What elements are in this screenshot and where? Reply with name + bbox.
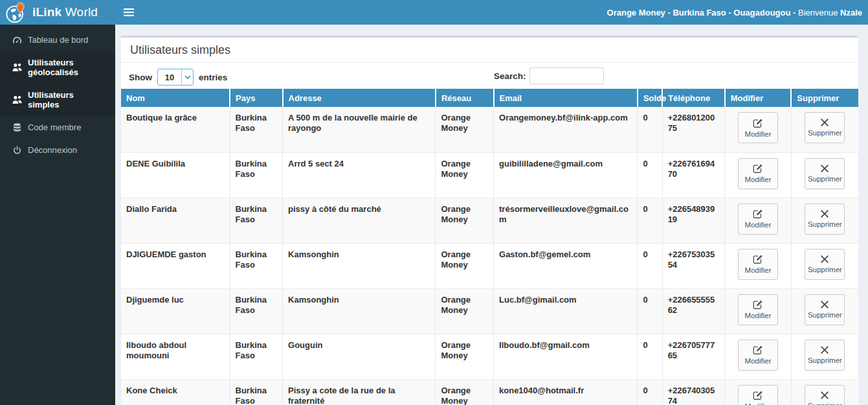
cell-reseau: Orange Money xyxy=(436,152,494,198)
sidebar-item-label: Utilisateurs simples xyxy=(28,90,106,110)
sidebar-item-label: Déconnexion xyxy=(28,145,77,155)
column-header-modifier[interactable]: Modifier xyxy=(725,89,792,107)
cell-solde: 0 xyxy=(638,379,662,405)
cell-solde: 0 xyxy=(638,288,662,334)
cell-pays: Burkina Faso xyxy=(230,379,283,405)
modify-button-label: Modifier xyxy=(745,176,772,183)
cell-email: guibililladene@gmail.com xyxy=(494,152,638,198)
cell-adresse: Kamsonghin xyxy=(283,243,436,288)
modify-button[interactable]: Modifier xyxy=(738,249,778,280)
cell-solde: 0 xyxy=(638,198,662,243)
users-table: NomPaysAdresseRéseauEmailSoldeTéléphoneM… xyxy=(121,89,858,405)
power-icon xyxy=(12,146,22,155)
cell-reseau: Orange Money xyxy=(436,288,494,334)
cell-pays: Burkina Faso xyxy=(230,243,283,288)
cell-adresse: Kamsonghin xyxy=(283,288,436,334)
cell-reseau: Orange Money xyxy=(436,243,494,288)
database-icon xyxy=(12,123,22,132)
modify-button[interactable]: Modifier xyxy=(738,385,778,405)
delete-button[interactable]: Supprimer xyxy=(805,294,845,325)
cell-email: trésormerveilleuxlove@gmail.com xyxy=(494,198,638,243)
cell-delete-button: Supprimer xyxy=(791,107,858,152)
delete-button[interactable]: Supprimer xyxy=(805,158,845,189)
content-area: Utilisateurs simples Show 10 entries Sea… xyxy=(115,25,868,405)
cell-adresse: Gouguin xyxy=(283,334,436,379)
edit-icon xyxy=(753,390,763,400)
cell-email: Gaston.bf@gemel.com xyxy=(494,243,638,288)
table-row: DJIGUEMDE gastonBurkina FasoKamsonghinOr… xyxy=(121,243,858,288)
column-header-solde[interactable]: Solde xyxy=(638,89,662,107)
cell-reseau: Orange Money xyxy=(436,107,494,152)
cell-reseau: Orange Money xyxy=(436,198,494,243)
cell-adresse: pissy à côté du marché xyxy=(283,198,436,243)
page-size-select[interactable]: 10 xyxy=(157,69,194,86)
edit-icon xyxy=(753,118,763,128)
cell-solde: 0 xyxy=(638,334,662,379)
delete-button-label: Supprimer xyxy=(808,402,842,405)
cell-modify-button: Modifier xyxy=(725,334,792,379)
cell-telephone: +22670577765 xyxy=(662,334,725,379)
cell-nom: DENE Guibilila xyxy=(121,152,230,198)
delete-button[interactable]: Supprimer xyxy=(805,112,845,143)
search-label: Search: xyxy=(494,71,526,81)
edit-icon xyxy=(753,299,763,310)
cell-nom: DJIGUEMDE gaston xyxy=(121,243,230,288)
modify-button-label: Modifier xyxy=(745,312,772,319)
svg-text:$: $ xyxy=(19,4,22,8)
entries-label: entries xyxy=(199,73,227,82)
page-title: Utilisateurs simples xyxy=(130,43,849,57)
column-header-r-seau[interactable]: Réseau xyxy=(436,89,494,107)
cell-modify-button: Modifier xyxy=(725,288,792,334)
column-header-adresse[interactable]: Adresse xyxy=(283,89,436,107)
table-row: Djiguemde lucBurkina FasoKamsonghinOrang… xyxy=(121,288,858,334)
top-bar: $ iLink World Orange Money - Burkina Fas… xyxy=(0,0,868,25)
modify-button-label: Modifier xyxy=(745,221,772,229)
show-label: Show xyxy=(129,73,152,82)
modify-button[interactable]: Modifier xyxy=(738,203,778,235)
modify-button[interactable]: Modifier xyxy=(738,112,778,143)
close-icon xyxy=(821,119,829,127)
delete-button[interactable]: Supprimer xyxy=(805,249,845,280)
column-header-t-l-phone[interactable]: Téléphone xyxy=(662,89,725,107)
hamburger-icon xyxy=(124,8,134,16)
edit-icon xyxy=(753,345,763,355)
delete-button[interactable]: Supprimer xyxy=(805,340,845,371)
cell-nom: Diallo Farida xyxy=(121,198,230,243)
cell-solde: 0 xyxy=(638,152,662,198)
sidebar-item-d-connexion[interactable]: Déconnexion xyxy=(0,139,115,161)
modify-button[interactable]: Modifier xyxy=(738,340,778,371)
cell-modify-button: Modifier xyxy=(725,243,792,288)
app-logo[interactable]: $ iLink World xyxy=(0,0,115,25)
delete-button[interactable]: Supprimer xyxy=(805,203,845,235)
table-row: Diallo FaridaBurkina Fasopissy à côté du… xyxy=(121,198,858,243)
column-header-supprimer[interactable]: Supprimer xyxy=(791,89,858,107)
users-icon xyxy=(12,95,22,104)
cell-adresse: Pissy a cote de la rue de la fraternité xyxy=(283,379,436,405)
column-header-pays[interactable]: Pays xyxy=(230,89,283,107)
modify-button[interactable]: Modifier xyxy=(738,294,778,325)
cell-delete-button: Supprimer xyxy=(791,379,858,405)
delete-button[interactable]: Supprimer xyxy=(805,385,845,405)
sidebar-item-utilisateurs-g-olocalis-s[interactable]: Utilisateurs géolocalisés xyxy=(0,51,115,84)
cell-reseau: Orange Money xyxy=(436,334,494,379)
panel-header: Utilisateurs simples xyxy=(121,38,858,63)
globe-pin-logo-icon: $ xyxy=(5,2,27,24)
edit-icon xyxy=(753,163,763,174)
sidebar-item-tableau-de-bord[interactable]: Tableau de bord xyxy=(0,29,115,51)
sidebar-item-utilisateurs-simples[interactable]: Utilisateurs simples xyxy=(0,84,115,116)
table-header-row: NomPaysAdresseRéseauEmailSoldeTéléphoneM… xyxy=(121,89,858,107)
column-header-email[interactable]: Email xyxy=(494,89,638,107)
edit-icon xyxy=(753,254,763,264)
modify-button[interactable]: Modifier xyxy=(738,158,778,189)
sidebar-toggle-button[interactable] xyxy=(115,0,142,25)
cell-email: Luc.bf@gimail.com xyxy=(494,288,638,334)
cell-modify-button: Modifier xyxy=(725,152,792,198)
table-row: Boutique la grâceBurkina FasoA 500 m de … xyxy=(121,107,858,152)
search-input[interactable] xyxy=(529,67,604,84)
cell-pays: Burkina Faso xyxy=(230,334,283,379)
cell-delete-button: Supprimer xyxy=(791,288,858,334)
column-header-nom[interactable]: Nom xyxy=(121,89,230,107)
sidebar-item-code-membre[interactable]: Code membre xyxy=(0,116,115,139)
chevron-down-icon xyxy=(181,69,193,85)
cell-telephone: +22674030574 xyxy=(662,379,725,405)
